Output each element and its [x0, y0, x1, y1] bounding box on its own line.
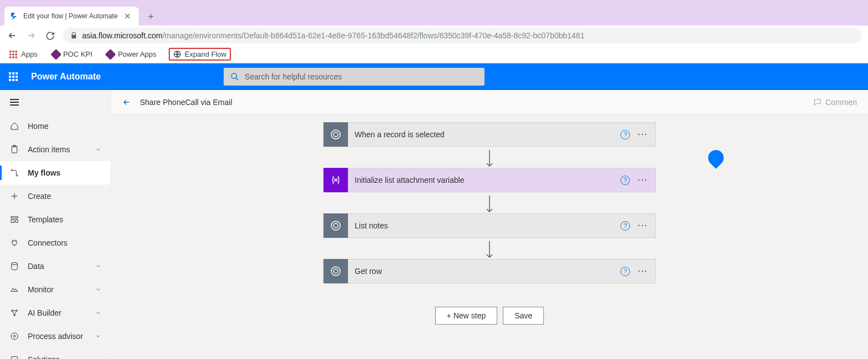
save-button[interactable]: Save — [503, 307, 544, 325]
bookmark-label: Apps — [21, 50, 38, 58]
arrow-down-icon — [489, 150, 490, 164]
sidebar-item-action-items[interactable]: Action items — [0, 138, 110, 161]
app-header: Power Automate Search for helpful resour… — [0, 63, 868, 90]
more-icon[interactable]: ··· — [638, 267, 648, 276]
app-launcher-button[interactable] — [0, 63, 27, 90]
more-icon[interactable]: ··· — [638, 176, 648, 185]
bookmark-label: POC KPI — [63, 50, 93, 58]
template-icon — [10, 215, 19, 224]
apps-bookmark[interactable]: Apps — [7, 49, 40, 60]
sidebar-item-label: Process advisor — [28, 332, 83, 341]
comments-label[interactable]: Commen — [825, 98, 857, 107]
product-name: Power Automate — [31, 72, 101, 82]
sidebar-item-label: My flows — [28, 168, 60, 177]
expand-flow-bookmark[interactable]: Expand Flow — [169, 48, 231, 61]
power-apps-bookmark[interactable]: Power Apps — [104, 49, 158, 59]
arrow-down-icon — [489, 241, 490, 256]
diamond-icon — [51, 49, 62, 60]
svg-rect-8 — [16, 220, 18, 222]
apps-grid-icon — [9, 50, 18, 59]
comment-icon[interactable] — [813, 98, 822, 107]
svg-point-12 — [14, 315, 16, 316]
sidebar-item-label: Monitor — [28, 285, 54, 294]
svg-point-5 — [16, 174, 18, 176]
globe-icon — [173, 50, 181, 58]
sidebar-toggle[interactable] — [0, 90, 110, 114]
svg-point-11 — [16, 310, 18, 312]
sidebar-item-ai-builder[interactable]: AI Builder — [0, 301, 110, 325]
step-label: List notes — [348, 221, 620, 230]
hamburger-icon — [10, 99, 19, 106]
waffle-icon — [9, 72, 18, 81]
chevron-down-icon — [95, 263, 102, 270]
sidebar-item-templates[interactable]: Templates — [0, 208, 110, 231]
bookmark-label: Power Apps — [118, 50, 156, 58]
new-tab-button[interactable]: + — [143, 9, 159, 24]
svg-point-14 — [13, 335, 16, 337]
sidebar-item-my-flows[interactable]: My flows — [0, 161, 110, 185]
sidebar-item-create[interactable]: Create — [0, 185, 110, 208]
flow-step[interactable]: Initialize list attachment variable ?··· — [323, 168, 656, 192]
plus-icon — [10, 192, 19, 201]
drop-marker-icon — [705, 147, 727, 169]
forward-icon[interactable] — [26, 30, 37, 41]
search-icon — [230, 72, 239, 81]
chevron-down-icon — [95, 286, 102, 293]
more-icon[interactable]: ··· — [638, 221, 648, 230]
flow-step[interactable]: When a record is selected ?··· — [323, 122, 656, 147]
home-icon — [10, 122, 19, 131]
monitor-icon — [10, 285, 19, 294]
sidebar-item-label: AI Builder — [28, 308, 62, 317]
lock-icon — [70, 32, 78, 39]
sidebar-item-data[interactable]: Data — [0, 255, 110, 278]
svg-rect-15 — [12, 357, 18, 359]
url-text: asia.flow.microsoft.com/manage/environme… — [82, 31, 584, 40]
reload-icon[interactable] — [44, 30, 55, 41]
svg-point-18 — [331, 221, 340, 230]
tab-title: Edit your flow | Power Automate — [23, 12, 118, 20]
bookmark-label: Expand Flow — [185, 50, 226, 58]
variable-icon — [324, 168, 348, 192]
svg-point-10 — [12, 310, 13, 312]
flow-step[interactable]: Get row ?··· — [323, 259, 656, 283]
sidebar-item-monitor[interactable]: Monitor — [0, 278, 110, 301]
browser-tab[interactable]: Edit your flow | Power Automate ✕ — [4, 7, 139, 26]
power-automate-icon — [10, 12, 19, 21]
svg-point-16 — [331, 130, 340, 139]
flow-title: Share PhoneCall via Email — [140, 98, 233, 107]
diamond-icon — [105, 49, 116, 60]
process-icon — [10, 332, 19, 341]
clipboard-icon — [10, 145, 19, 154]
sidebar-item-connectors[interactable]: Connectors — [0, 231, 110, 255]
poc-kpi-bookmark[interactable]: POC KPI — [50, 49, 95, 59]
cds-icon — [324, 122, 348, 147]
back-button[interactable] — [122, 98, 131, 107]
new-step-button[interactable]: + New step — [435, 307, 497, 325]
sidebar-item-label: Templates — [28, 215, 63, 224]
sidebar-item-solutions[interactable]: Solutions — [0, 348, 110, 359]
search-input[interactable]: Search for helpful resources — [224, 68, 485, 86]
svg-point-21 — [334, 269, 338, 273]
flow-canvas: When a record is selected ?··· Initializ… — [111, 114, 868, 359]
url-input[interactable]: asia.flow.microsoft.com/manage/environme… — [63, 28, 861, 43]
svg-point-1 — [231, 73, 236, 78]
step-label: When a record is selected — [348, 130, 620, 139]
help-icon[interactable]: ? — [620, 221, 630, 231]
help-icon[interactable]: ? — [620, 176, 630, 185]
data-icon — [10, 262, 19, 271]
back-icon[interactable] — [7, 30, 18, 41]
help-icon[interactable]: ? — [620, 130, 630, 139]
close-icon[interactable]: ✕ — [122, 12, 133, 21]
address-bar: asia.flow.microsoft.com/manage/environme… — [0, 26, 868, 46]
svg-point-4 — [11, 169, 13, 171]
flow-header: Share PhoneCall via Email Commen — [111, 90, 868, 114]
help-icon[interactable]: ? — [620, 267, 630, 276]
sidebar-item-home[interactable]: Home — [0, 114, 110, 138]
chevron-down-icon — [95, 333, 102, 340]
sidebar-item-label: Home — [28, 122, 48, 131]
more-icon[interactable]: ··· — [638, 130, 648, 139]
sidebar-item-process-advisor[interactable]: Process advisor — [0, 325, 110, 348]
browser-tab-strip: Edit your flow | Power Automate ✕ + — [0, 7, 868, 26]
flow-step[interactable]: List notes ?··· — [323, 213, 656, 238]
step-label: Initialize list attachment variable — [348, 176, 620, 185]
